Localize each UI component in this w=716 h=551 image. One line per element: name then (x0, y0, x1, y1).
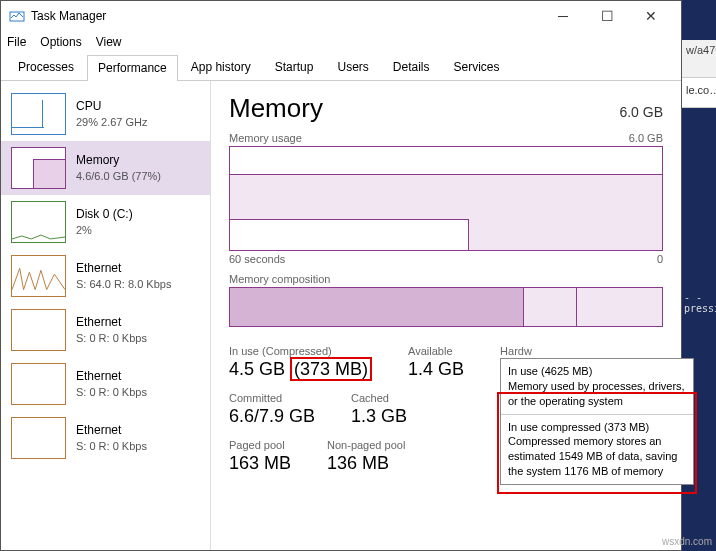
stat-nonpaged-value: 136 MB (327, 453, 405, 474)
task-manager-icon (9, 8, 25, 24)
menu-options[interactable]: Options (40, 35, 81, 49)
tooltip-compressed-desc: Compressed memory stores an estimated 15… (508, 434, 686, 479)
stat-inuse-label: In use (Compressed) (229, 345, 372, 357)
sidebar-sublabel: S: 0 R: 0 Kbps (76, 331, 147, 345)
sidebar-item-cpu[interactable]: CPU29% 2.67 GHz (1, 87, 210, 141)
ethernet-thumbnail (11, 255, 66, 297)
memory-usage-chart[interactable] (229, 146, 663, 251)
close-button[interactable]: ✕ (629, 1, 673, 31)
stat-committed-label: Committed (229, 392, 315, 404)
window-title: Task Manager (31, 9, 541, 23)
tooltip-compressed-title: In use compressed (373 MB) (508, 420, 686, 435)
stat-nonpaged-label: Non-paged pool (327, 439, 405, 451)
ethernet-thumbnail (11, 363, 66, 405)
sidebar-label: Ethernet (76, 423, 147, 439)
sidebar-sublabel: 29% 2.67 GHz (76, 115, 148, 129)
tab-startup[interactable]: Startup (264, 54, 325, 80)
chart-axis-right: 0 (657, 253, 663, 265)
tab-users[interactable]: Users (326, 54, 379, 80)
stat-paged-value: 163 MB (229, 453, 291, 474)
sidebar-item-ethernet-1[interactable]: EthernetS: 64.0 R: 8.0 Kbps (1, 249, 210, 303)
sidebar-item-ethernet-2[interactable]: EthernetS: 0 R: 0 Kbps (1, 303, 210, 357)
cpu-thumbnail (11, 93, 66, 135)
sidebar-label: Memory (76, 153, 161, 169)
tab-app-history[interactable]: App history (180, 54, 262, 80)
stat-paged-label: Paged pool (229, 439, 291, 451)
sidebar-sublabel: S: 0 R: 0 Kbps (76, 385, 147, 399)
sidebar-label: Disk 0 (C:) (76, 207, 133, 223)
tab-details[interactable]: Details (382, 54, 441, 80)
maximize-button[interactable]: ☐ (585, 1, 629, 31)
stat-inuse-value: 4.5 GB (373 MB) (229, 359, 372, 380)
sidebar-item-disk[interactable]: Disk 0 (C:)2% (1, 195, 210, 249)
tooltip-inuse-desc: Memory used by processes, drivers, or th… (508, 379, 686, 409)
tab-performance[interactable]: Performance (87, 55, 178, 81)
stat-available-label: Available (408, 345, 464, 357)
tab-services[interactable]: Services (443, 54, 511, 80)
sidebar-label: Ethernet (76, 261, 171, 277)
memory-total: 6.0 GB (619, 104, 663, 120)
stat-cached-value: 1.3 GB (351, 406, 407, 427)
sidebar-item-memory[interactable]: Memory4.6/6.0 GB (77%) (1, 141, 210, 195)
tabbar: Processes Performance App history Startu… (1, 53, 681, 81)
memory-tooltip: In use (4625 MB) Memory used by processe… (500, 358, 694, 485)
disk-thumbnail (11, 201, 66, 243)
chart-axis-left: 60 seconds (229, 253, 285, 265)
watermark: wsxdn.com (662, 536, 712, 547)
memory-thumbnail (11, 147, 66, 189)
background-url-bar: le.co… (682, 78, 716, 108)
titlebar[interactable]: Task Manager ─ ☐ ✕ (1, 1, 681, 31)
sidebar-label: Ethernet (76, 369, 147, 385)
stat-hardware-label: Hardw (500, 345, 532, 357)
sidebar-sublabel: S: 0 R: 0 Kbps (76, 439, 147, 453)
usage-chart-label: Memory usage (229, 132, 302, 144)
tab-processes[interactable]: Processes (7, 54, 85, 80)
page-title: Memory (229, 93, 323, 124)
ethernet-thumbnail (11, 417, 66, 459)
sidebar-label: CPU (76, 99, 148, 115)
sidebar: CPU29% 2.67 GHz Memory4.6/6.0 GB (77%) D… (1, 81, 211, 550)
sidebar-sublabel: S: 64.0 R: 8.0 Kbps (76, 277, 171, 291)
sidebar-item-ethernet-3[interactable]: EthernetS: 0 R: 0 Kbps (1, 357, 210, 411)
background-browser-tab: w/a4768 (682, 40, 716, 78)
background-terminal: - - pressio (682, 290, 716, 350)
sidebar-item-ethernet-4[interactable]: EthernetS: 0 R: 0 Kbps (1, 411, 210, 465)
usage-chart-max: 6.0 GB (629, 132, 663, 144)
tooltip-inuse-title: In use (4625 MB) (508, 364, 686, 379)
menu-view[interactable]: View (96, 35, 122, 49)
sidebar-sublabel: 2% (76, 223, 133, 237)
minimize-button[interactable]: ─ (541, 1, 585, 31)
composition-label: Memory composition (229, 273, 330, 285)
memory-composition-chart[interactable] (229, 287, 663, 327)
sidebar-sublabel: 4.6/6.0 GB (77%) (76, 169, 161, 183)
ethernet-thumbnail (11, 309, 66, 351)
stat-cached-label: Cached (351, 392, 407, 404)
stat-committed-value: 6.6/7.9 GB (229, 406, 315, 427)
stat-compressed-highlight: (373 MB) (290, 357, 372, 381)
sidebar-label: Ethernet (76, 315, 147, 331)
stat-available-value: 1.4 GB (408, 359, 464, 380)
menubar: File Options View (1, 31, 681, 53)
menu-file[interactable]: File (7, 35, 26, 49)
